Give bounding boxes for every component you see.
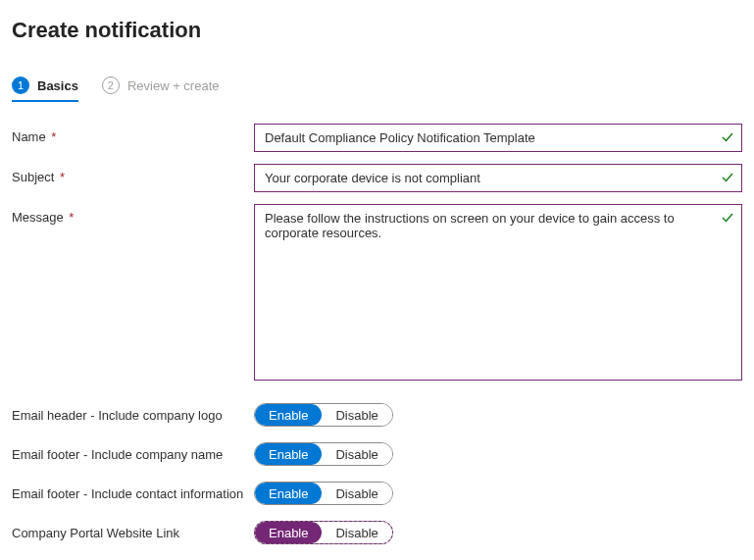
toggle-enable-option[interactable]: Enable bbox=[255, 404, 322, 426]
email-footer-contact-toggle[interactable]: Enable Disable bbox=[254, 482, 393, 505]
tab-review-create[interactable]: 2 Review + create bbox=[102, 76, 220, 102]
toggle-disable-option[interactable]: Disable bbox=[322, 443, 391, 465]
tab-review-label: Review + create bbox=[127, 78, 220, 93]
message-textarea[interactable] bbox=[254, 204, 742, 381]
email-footer-contact-label: Email footer - Include contact informati… bbox=[12, 486, 254, 501]
email-header-logo-label: Email header - Include company logo bbox=[12, 408, 254, 423]
email-footer-name-label: Email footer - Include company name bbox=[12, 447, 254, 462]
message-label: Message * bbox=[12, 204, 254, 225]
toggle-enable-option[interactable]: Enable bbox=[255, 522, 322, 543]
name-label: Name * bbox=[12, 124, 254, 144]
portal-link-toggle[interactable]: Enable Disable bbox=[254, 521, 393, 544]
page-title: Create notification bbox=[12, 18, 742, 43]
tab-basics-number: 1 bbox=[12, 76, 29, 94]
tab-basics-label: Basics bbox=[37, 78, 78, 93]
name-input[interactable] bbox=[254, 124, 742, 152]
toggle-disable-option[interactable]: Disable bbox=[322, 483, 391, 504]
email-footer-name-toggle[interactable]: Enable Disable bbox=[254, 442, 393, 466]
subject-label: Subject * bbox=[12, 164, 254, 184]
subject-input[interactable] bbox=[254, 164, 742, 192]
tab-basics[interactable]: 1 Basics bbox=[12, 76, 78, 102]
toggle-disable-option[interactable]: Disable bbox=[322, 522, 391, 543]
portal-link-label: Company Portal Website Link bbox=[12, 526, 254, 540]
tab-review-number: 2 bbox=[102, 76, 120, 94]
toggle-enable-option[interactable]: Enable bbox=[255, 483, 322, 504]
wizard-tabs: 1 Basics 2 Review + create bbox=[12, 76, 742, 102]
toggle-disable-option[interactable]: Disable bbox=[322, 404, 391, 426]
email-header-logo-toggle[interactable]: Enable Disable bbox=[254, 403, 393, 427]
toggle-enable-option[interactable]: Enable bbox=[255, 443, 322, 465]
